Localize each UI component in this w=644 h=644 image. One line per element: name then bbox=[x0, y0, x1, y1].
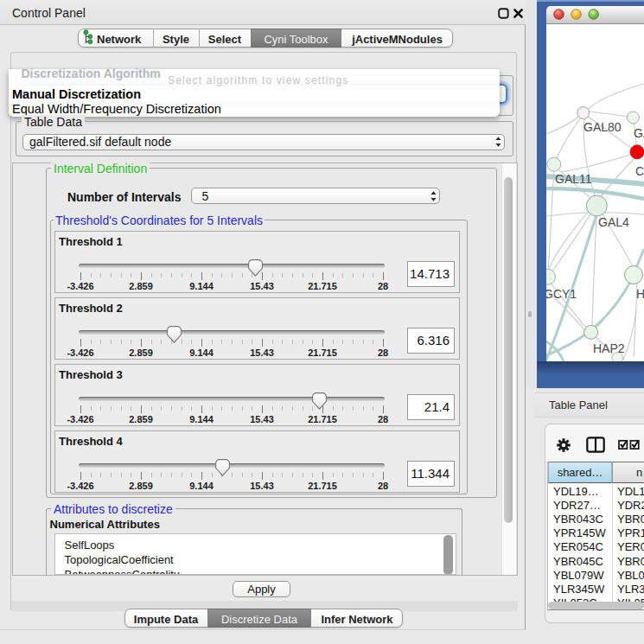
svg-text:GCY1: GCY1 bbox=[546, 287, 577, 301]
svg-text:GAL80: GAL80 bbox=[583, 120, 622, 134]
svg-text:GA: GA bbox=[634, 126, 644, 140]
svg-text:GAL4: GAL4 bbox=[598, 215, 629, 229]
svg-text:GAL11: GAL11 bbox=[555, 172, 592, 186]
svg-text:HAP2: HAP2 bbox=[593, 341, 625, 355]
svg-text:H: H bbox=[636, 287, 644, 301]
svg-text:C: C bbox=[635, 164, 644, 178]
